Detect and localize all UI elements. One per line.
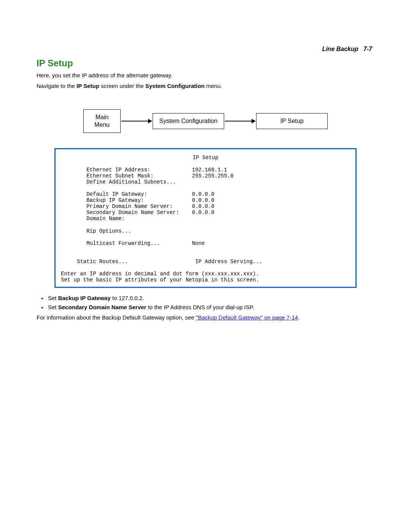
bold-secondary-dns: Secondary Domain Name Server <box>58 304 147 310</box>
bold-sys-config: System Configuration <box>145 83 205 89</box>
sdns-value: 0.0.0.0 <box>192 209 214 216</box>
pdns-label: Primary Domain Name Server: <box>86 203 173 209</box>
nav-box-main-menu: Main Menu <box>83 109 121 133</box>
mcast-label: Multicast Forwarding... <box>86 240 160 246</box>
bold-backup-ip-gateway: Backup IP Gateway <box>58 295 111 301</box>
def-gw-value: 0.0.0.0 <box>192 191 214 197</box>
header-section: Line Backup <box>322 46 358 52</box>
nav-box-ip-setup: IP Setup <box>256 113 328 129</box>
nav-box-system-configuration: System Configuration <box>153 113 224 129</box>
bk-gw-value: 0.0.0.0 <box>192 197 214 203</box>
page-header: Line Backup 7-7 <box>37 46 374 53</box>
bold-ip-setup: IP Setup <box>76 83 99 89</box>
eth-mask-value: 255.255.255.0 <box>192 173 233 179</box>
help-line-2: Set up the basic IP attributes of your N… <box>61 277 259 283</box>
terminal-screen: IP Setup Ethernet IP Address: 192.168.1.… <box>54 148 357 288</box>
rip-options: Rip Options... <box>86 228 131 234</box>
bullet-icon: • <box>37 304 48 311</box>
ip-serving: IP Address Serving... <box>195 259 262 265</box>
section-title: IP Setup <box>37 58 374 69</box>
list-item: • Set Secondary Domain Name Server to th… <box>37 304 374 311</box>
nav-breadcrumb: Main Menu System Configuration IP Setup <box>37 109 374 133</box>
help-line-1: Enter an IP address in decimal and dot f… <box>61 271 259 277</box>
pdns-value: 0.0.0.0 <box>192 203 214 209</box>
header-page: 7-7 <box>363 46 372 52</box>
bullet-icon: • <box>37 295 48 302</box>
sdns-label: Secondary Domain Name Server: <box>86 209 179 216</box>
arrow-icon <box>225 121 255 121</box>
backup-default-gateway-link[interactable]: "Backup Default Gateway" on page 7-14 <box>196 314 298 321</box>
intro-paragraph-2: Navigate to the IP Setup screen under th… <box>37 82 374 90</box>
def-gw-label: Default IP Gateway: <box>86 191 147 197</box>
define-subnets: Define Additional Subnets... <box>86 179 176 185</box>
bullet-list: • Set Backup IP Gateway to 127.0.0.2. • … <box>37 295 374 311</box>
eth-ip-value: 192.168.1.1 <box>192 167 227 173</box>
list-item: • Set Backup IP Gateway to 127.0.0.2. <box>37 295 374 302</box>
intro-paragraph-1: Here, you set the IP address of the alte… <box>37 72 374 79</box>
domain-name: Domain Name: <box>86 216 125 222</box>
mcast-value: None <box>192 240 205 246</box>
eth-ip-label: Ethernet IP Address: <box>86 167 150 173</box>
static-routes: Static Routes... <box>77 259 128 265</box>
bk-gw-label: Backup IP Gateway: <box>86 197 144 203</box>
arrow-icon <box>121 121 152 121</box>
eth-mask-label: Ethernet Subnet Mask: <box>86 173 153 179</box>
terminal-title: IP Setup <box>61 155 350 161</box>
footer-paragraph: For information about the Backup Default… <box>37 314 374 321</box>
